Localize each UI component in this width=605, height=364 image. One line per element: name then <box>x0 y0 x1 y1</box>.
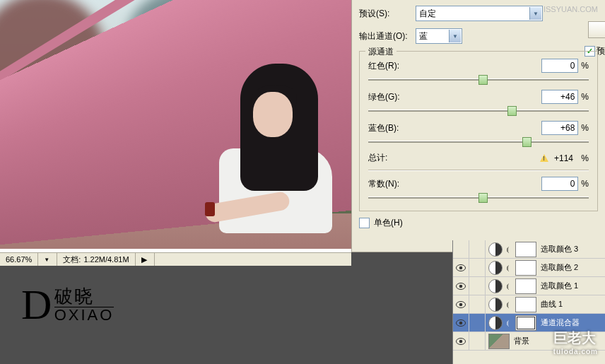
layer-name: 背景 <box>514 336 529 346</box>
constant-input[interactable]: 0 <box>541 177 578 191</box>
layer-name: 曲线 1 <box>541 299 563 310</box>
link-icon: ⟬ <box>505 245 512 254</box>
constant-label: 常数(N): <box>368 178 399 190</box>
source-channels-group: 源通道 红色(R): 0% 绿色(G): +46% 蓝色(B): +68% <box>359 51 598 211</box>
output-channel-select[interactable]: 蓝▼ <box>416 28 462 44</box>
link-cell[interactable] <box>469 277 486 295</box>
link-icon: ⟬ <box>505 300 512 309</box>
visibility-toggle[interactable] <box>453 240 469 258</box>
preset-select[interactable]: 自定▼ <box>416 6 543 21</box>
link-cell[interactable] <box>469 259 486 276</box>
status-bar: 66.67% ▼ 文档: 1.22M/4.81M ▶ <box>0 252 351 266</box>
svg-point-9 <box>459 339 463 343</box>
layer-row[interactable]: ⟬选取颜色 2 <box>453 259 605 277</box>
link-icon: ⟬ <box>505 264 512 272</box>
adjustment-icon <box>488 261 503 275</box>
green-slider[interactable] <box>368 104 589 117</box>
layer-thumbnail <box>488 334 510 349</box>
visibility-toggle[interactable] <box>453 277 469 295</box>
link-cell[interactable] <box>469 295 486 313</box>
corner-watermark: 巨老大 tuloda.com <box>553 329 598 356</box>
link-cell[interactable] <box>469 240 486 258</box>
dialog-button[interactable] <box>588 21 605 38</box>
layer-name: 选取颜色 1 <box>541 281 578 291</box>
zoom-dropdown-icon[interactable]: ▼ <box>38 253 57 266</box>
visibility-toggle[interactable] <box>453 259 469 276</box>
link-cell[interactable] <box>469 314 486 331</box>
link-cell[interactable] <box>469 332 486 350</box>
layer-name: 选取颜色 2 <box>541 262 578 273</box>
layer-mask[interactable] <box>515 278 536 294</box>
adjustment-icon <box>488 279 503 293</box>
doc-size: 1.22M/4.81M <box>83 255 129 264</box>
warning-icon <box>540 154 548 162</box>
layer-mask[interactable] <box>515 242 536 257</box>
red-label: 红色(R): <box>368 60 399 72</box>
svg-point-5 <box>459 303 463 306</box>
layer-mask[interactable] <box>515 297 536 312</box>
author-logo: D 破晓 OXIAO <box>21 281 114 329</box>
layer-row[interactable]: ⟬曲线 1 <box>453 295 605 314</box>
layer-name: 通道混合器 <box>541 317 580 328</box>
layer-row[interactable]: ⟬选取颜色 1 <box>453 277 605 295</box>
source-legend: 源通道 <box>365 46 397 58</box>
constant-slider[interactable] <box>368 191 589 204</box>
adjustment-icon <box>488 242 503 257</box>
total-value: +114 <box>554 153 573 163</box>
link-icon: ⟬ <box>505 319 512 327</box>
blue-slider[interactable] <box>368 135 589 148</box>
photo-preview <box>0 0 351 249</box>
preset-label: 预设(S): <box>359 8 416 20</box>
chevron-down-icon: ▼ <box>529 7 541 20</box>
link-icon: ⟬ <box>505 282 512 290</box>
doc-label: 文档: <box>63 254 81 265</box>
visibility-toggle[interactable] <box>453 314 469 331</box>
green-label: 绿色(G): <box>368 91 400 103</box>
layer-mask[interactable] <box>515 315 536 331</box>
output-channel-label: 输出通道(O): <box>359 30 416 42</box>
adjustment-icon <box>488 298 503 312</box>
total-label: 总计: <box>368 152 387 164</box>
svg-point-3 <box>459 284 463 288</box>
layer-row[interactable]: ⟬选取颜色 3 <box>453 240 605 259</box>
red-slider[interactable] <box>368 73 589 86</box>
blue-label: 蓝色(B): <box>368 122 399 134</box>
chevron-down-icon: ▼ <box>449 30 461 42</box>
visibility-toggle[interactable] <box>453 295 469 313</box>
adjustment-icon <box>488 316 503 330</box>
layer-name: 选取颜色 3 <box>541 244 578 254</box>
green-input[interactable]: +46 <box>541 90 578 104</box>
visibility-toggle[interactable] <box>453 332 469 350</box>
zoom-level[interactable]: 66.67% <box>0 253 38 266</box>
doc-info-dropdown-icon[interactable]: ▶ <box>136 253 155 266</box>
svg-point-7 <box>459 321 463 324</box>
layer-mask[interactable] <box>515 260 536 276</box>
document-canvas[interactable] <box>0 0 351 252</box>
person-graphic <box>219 64 332 247</box>
red-input[interactable]: 0 <box>541 59 578 73</box>
channel-mixer-dialog: 思缘设计论坛 WWW.MISSYUAN.COM ✓预 预设(S): 自定▼ 输出… <box>351 0 605 252</box>
blue-input[interactable]: +68 <box>541 121 578 135</box>
svg-point-1 <box>459 266 463 269</box>
monochrome-checkbox[interactable]: 单色(H) <box>359 217 598 229</box>
